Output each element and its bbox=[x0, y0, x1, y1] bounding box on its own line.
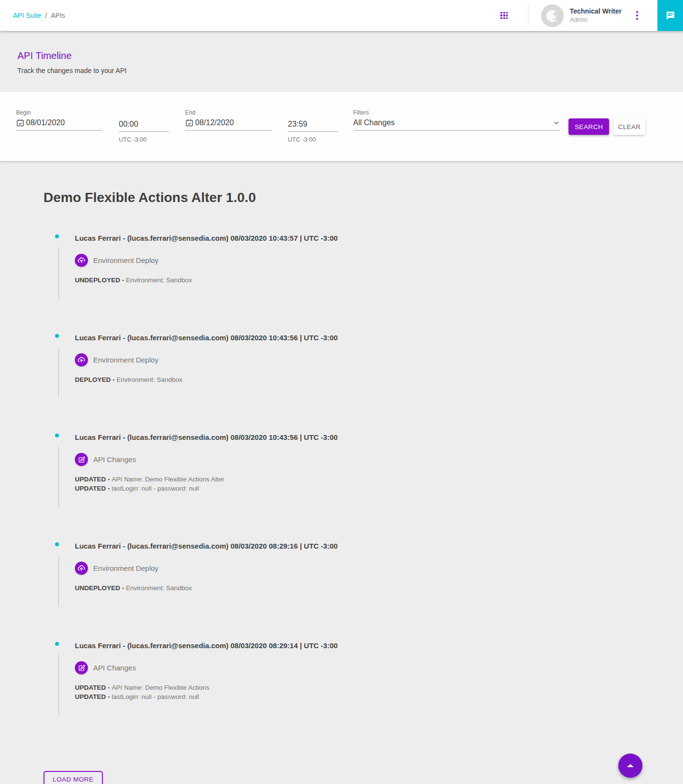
page-header: API Timeline Track the changes made to y… bbox=[0, 31, 683, 92]
action-icon bbox=[75, 562, 88, 575]
detail-line: UPDATED - API Name: Demo Flexible Action… bbox=[75, 683, 683, 692]
load-more-button[interactable]: LOAD MORE bbox=[43, 771, 103, 784]
action-icon bbox=[75, 254, 88, 267]
user-role: Admin bbox=[569, 16, 622, 24]
filters-select[interactable]: All Changes bbox=[353, 118, 560, 131]
breadcrumb-apis: APIs bbox=[51, 12, 65, 19]
entry-details: UNDEPLOYED - Environment: Sandbox bbox=[75, 276, 683, 285]
end-time-group: UTC -3:00 bbox=[288, 109, 338, 161]
edit-icon bbox=[78, 456, 85, 464]
begin-date-input[interactable] bbox=[26, 118, 103, 127]
entry-header: Lucas Ferrari - (lucas.ferrari@sensedia.… bbox=[75, 233, 683, 243]
filter-bar: Begin UTC -3:00 End bbox=[0, 92, 683, 161]
action-icon bbox=[75, 661, 88, 674]
entry-details: UPDATED - API Name: Demo Flexible Action… bbox=[75, 683, 683, 701]
breadcrumb-api-suite-link[interactable]: API Suite bbox=[13, 12, 41, 19]
begin-label: Begin bbox=[16, 109, 103, 116]
cloud-upload-icon bbox=[77, 564, 85, 572]
timeline-bullet-icon bbox=[55, 334, 59, 338]
arrow-up-icon bbox=[627, 764, 634, 767]
end-date-group: End bbox=[185, 109, 272, 161]
timeline-connector bbox=[58, 446, 59, 507]
action-row: API Changes bbox=[75, 661, 683, 674]
timeline-bullet-icon bbox=[55, 434, 59, 437]
action-label: Environment Deploy bbox=[93, 256, 158, 264]
page-subtitle: Track the changes made to your API bbox=[17, 67, 666, 74]
kebab-menu-icon[interactable] bbox=[636, 11, 638, 20]
breadcrumb-separator: / bbox=[45, 12, 47, 19]
action-row: Environment Deploy bbox=[75, 562, 683, 575]
timeline-entry: Lucas Ferrari - (lucas.ferrari@sensedia.… bbox=[43, 233, 683, 298]
chevron-down-icon bbox=[553, 119, 560, 126]
action-label: API Changes bbox=[93, 664, 136, 672]
filter-actions: SEARCH CLEAR bbox=[569, 118, 645, 161]
timeline-entry: Lucas Ferrari - (lucas.ferrari@sensedia.… bbox=[43, 333, 683, 398]
clear-button[interactable]: CLEAR bbox=[613, 118, 645, 135]
entry-header: Lucas Ferrari - (lucas.ferrari@sensedia.… bbox=[75, 433, 683, 442]
action-row: Environment Deploy bbox=[75, 353, 683, 366]
timeline-connector bbox=[58, 654, 59, 715]
page-title: API Timeline bbox=[17, 50, 666, 61]
topbar: API Suite / APIs Technical Writer Admin bbox=[0, 0, 683, 31]
entry-header: Lucas Ferrari - (lucas.ferrari@sensedia.… bbox=[75, 641, 683, 651]
action-row: API Changes bbox=[75, 453, 683, 466]
timeline-connector bbox=[58, 247, 59, 298]
breadcrumb: API Suite / APIs bbox=[13, 12, 65, 19]
avatar-logo-icon bbox=[541, 4, 564, 27]
detail-line: UPDATED - API Name: Demo Flexible Action… bbox=[75, 475, 683, 484]
begin-time-input[interactable] bbox=[119, 120, 169, 129]
detail-line: UNDEPLOYED - Environment: Sandbox bbox=[75, 583, 683, 593]
search-button[interactable]: SEARCH bbox=[569, 118, 609, 135]
timeline: Lucas Ferrari - (lucas.ferrari@sensedia.… bbox=[43, 233, 683, 715]
end-label: End bbox=[185, 109, 272, 116]
filters-label: Filters bbox=[353, 109, 560, 116]
end-utc-label: UTC -3:00 bbox=[288, 136, 338, 143]
timeline-connector bbox=[58, 555, 59, 606]
user-block: Technical Writer Admin bbox=[569, 7, 622, 24]
entry-details: DEPLOYED - Environment: Sandbox bbox=[75, 375, 683, 384]
detail-line: UNDEPLOYED - Environment: Sandbox bbox=[75, 276, 683, 285]
filters-selected-value: All Changes bbox=[353, 118, 395, 127]
timeline-bullet-icon bbox=[55, 542, 59, 546]
begin-time-group: UTC -3:00 bbox=[119, 109, 169, 161]
entry-header: Lucas Ferrari - (lucas.ferrari@sensedia.… bbox=[75, 541, 683, 551]
timeline-bullet-icon bbox=[55, 234, 59, 238]
action-label: Environment Deploy bbox=[93, 356, 158, 364]
apps-grid-icon[interactable] bbox=[500, 12, 508, 19]
action-row: Environment Deploy bbox=[75, 254, 683, 267]
user-name: Technical Writer bbox=[569, 7, 622, 16]
cloud-upload-icon bbox=[77, 256, 85, 264]
entry-header: Lucas Ferrari - (lucas.ferrari@sensedia.… bbox=[75, 333, 683, 343]
timeline-entry: Lucas Ferrari - (lucas.ferrari@sensedia.… bbox=[43, 433, 683, 507]
calendar-icon[interactable] bbox=[16, 118, 25, 127]
timeline-entry: Lucas Ferrari - (lucas.ferrari@sensedia.… bbox=[43, 541, 683, 606]
entry-details: UPDATED - API Name: Demo Flexible Action… bbox=[75, 475, 683, 493]
detail-line: DEPLOYED - Environment: Sandbox bbox=[75, 375, 683, 384]
cloud-upload-icon bbox=[77, 356, 85, 364]
filters-group: Filters All Changes bbox=[353, 109, 560, 161]
end-date-input[interactable] bbox=[195, 118, 272, 127]
timeline-connector bbox=[58, 347, 59, 398]
timeline-entry: Lucas Ferrari - (lucas.ferrari@sensedia.… bbox=[43, 641, 683, 715]
avatar[interactable] bbox=[541, 4, 564, 27]
action-icon bbox=[75, 353, 88, 366]
main-content: Demo Flexible Actions Alter 1.0.0 Lucas … bbox=[0, 161, 683, 784]
timeline-bullet-icon bbox=[55, 642, 59, 646]
end-time-input[interactable] bbox=[288, 120, 338, 129]
begin-utc-label: UTC -3:00 bbox=[119, 136, 169, 143]
calendar-icon[interactable] bbox=[185, 118, 194, 127]
detail-line: UPDATED - lastLogin: null - password: nu… bbox=[75, 484, 683, 493]
detail-line: UPDATED - lastLogin: null - password: nu… bbox=[75, 692, 683, 701]
scroll-to-top-button[interactable] bbox=[618, 754, 642, 778]
action-label: API Changes bbox=[93, 455, 136, 464]
chat-button[interactable] bbox=[657, 0, 683, 31]
chat-bubble-icon bbox=[665, 10, 676, 21]
begin-date-group: Begin bbox=[16, 109, 103, 161]
entry-details: UNDEPLOYED - Environment: Sandbox bbox=[75, 583, 683, 593]
api-version-title: Demo Flexible Actions Alter 1.0.0 bbox=[43, 190, 683, 205]
action-label: Environment Deploy bbox=[93, 564, 158, 572]
action-icon bbox=[75, 453, 88, 466]
edit-icon bbox=[78, 664, 85, 672]
topbar-divider bbox=[528, 5, 528, 26]
